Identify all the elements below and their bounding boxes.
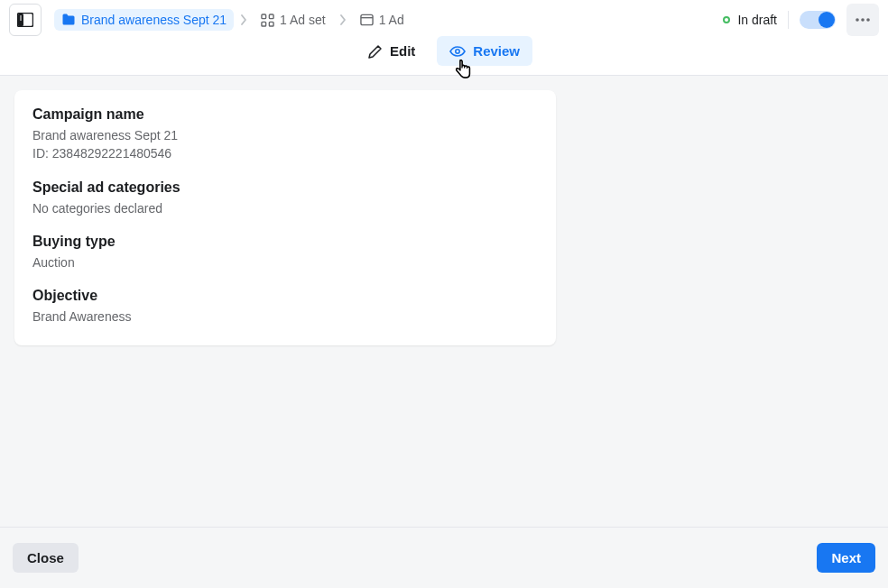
header-top-row: Brand awareness Sept 21 1 Ad set 1 Ad In…: [0, 0, 888, 32]
ellipsis-icon: [855, 18, 871, 22]
svg-point-13: [866, 18, 870, 22]
panel-icon: [17, 13, 33, 27]
special-categories-title: Special ad categories: [32, 179, 538, 196]
breadcrumb-campaign[interactable]: Brand awareness Sept 21: [54, 9, 234, 31]
breadcrumb-adset-label: 1 Ad set: [280, 13, 326, 27]
breadcrumb-adset[interactable]: 1 Ad set: [254, 9, 333, 31]
tab-edit-label: Edit: [390, 43, 415, 59]
footer: Close Next: [0, 527, 888, 588]
tab-edit[interactable]: Edit: [356, 36, 428, 66]
status-label: In draft: [737, 13, 777, 27]
grid-icon: [261, 14, 274, 27]
tab-review[interactable]: Review: [437, 36, 532, 66]
svg-rect-8: [269, 22, 273, 26]
objective-title: Objective: [32, 288, 538, 304]
status-dot-icon: [723, 16, 730, 23]
campaign-name-value: Brand awareness Sept 21: [32, 126, 538, 144]
svg-point-11: [856, 18, 859, 22]
campaign-name-title: Campaign name: [32, 106, 538, 123]
close-button-label: Close: [27, 550, 64, 565]
status-indicator: In draft: [723, 13, 777, 27]
campaign-toggle[interactable]: [800, 11, 836, 29]
svg-point-12: [861, 18, 865, 22]
chevron-right-icon: [239, 14, 248, 25]
buying-type-value: Auction: [32, 253, 538, 271]
next-button-label: Next: [831, 550, 861, 565]
svg-point-14: [456, 49, 459, 52]
header-right: In draft: [723, 4, 879, 36]
special-categories-value: No categories declared: [32, 199, 538, 217]
content-area: Campaign name Brand awareness Sept 21 ID…: [0, 76, 888, 527]
pencil-icon: [368, 44, 383, 59]
panel-toggle-button[interactable]: [9, 4, 42, 36]
breadcrumb-campaign-label: Brand awareness Sept 21: [81, 13, 227, 27]
toggle-knob: [819, 12, 835, 28]
breadcrumb-ad-label: 1 Ad: [379, 13, 404, 27]
buying-type-title: Buying type: [32, 234, 538, 250]
svg-rect-6: [269, 14, 273, 18]
tabs: Edit Review: [0, 32, 888, 75]
review-card: Campaign name Brand awareness Sept 21 ID…: [14, 90, 556, 345]
ad-icon: [360, 14, 374, 26]
section-objective: Objective Brand Awareness: [32, 288, 538, 326]
svg-rect-7: [262, 22, 266, 26]
close-button[interactable]: Close: [13, 543, 79, 573]
eye-icon: [449, 45, 466, 58]
more-options-button[interactable]: [846, 4, 879, 36]
svg-rect-5: [262, 14, 266, 18]
next-button[interactable]: Next: [817, 543, 875, 573]
folder-icon: [61, 14, 76, 26]
divider: [788, 11, 789, 29]
svg-rect-9: [361, 14, 373, 24]
chevron-right-icon: [338, 14, 347, 25]
header: Brand awareness Sept 21 1 Ad set 1 Ad In…: [0, 0, 888, 76]
section-campaign-name: Campaign name Brand awareness Sept 21 ID…: [32, 106, 538, 163]
campaign-id-value: ID: 23848292221480546: [32, 144, 538, 162]
section-buying-type: Buying type Auction: [32, 234, 538, 271]
tab-review-label: Review: [473, 43, 520, 59]
breadcrumb-ad[interactable]: 1 Ad: [353, 9, 412, 31]
objective-value: Brand Awareness: [32, 308, 538, 326]
section-special-ad-categories: Special ad categories No categories decl…: [32, 179, 538, 217]
